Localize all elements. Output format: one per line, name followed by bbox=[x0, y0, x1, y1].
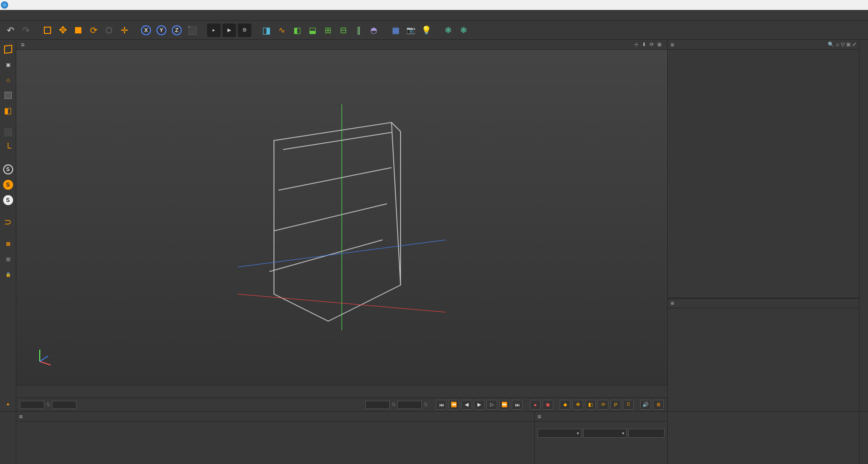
side-tabs bbox=[859, 40, 868, 411]
vp-btn-3[interactable]: ⟳ bbox=[648, 42, 655, 47]
viewport-menubar: ≡ ⊹ ⬇ ⟳ ⊞ bbox=[16, 40, 667, 50]
objmgr-eye-icon[interactable]: ▽ bbox=[841, 42, 844, 47]
vp-btn-1[interactable]: ⊹ bbox=[633, 42, 640, 47]
frame-end-field[interactable] bbox=[365, 401, 390, 409]
rotate-tool[interactable]: ⟳ bbox=[87, 23, 100, 37]
y-axis-toggle[interactable]: Y bbox=[155, 23, 168, 37]
render-picture-button[interactable]: ▶ bbox=[222, 23, 236, 37]
select-tool[interactable] bbox=[41, 23, 54, 37]
texture-mode[interactable]: ▣ bbox=[1, 58, 15, 71]
edge-mode[interactable]: ◧ bbox=[1, 104, 15, 117]
add-field-button[interactable]: ⊞ bbox=[321, 23, 335, 37]
undo-button[interactable]: ↶ bbox=[4, 23, 17, 37]
animation-mode-button[interactable]: ≣ bbox=[653, 400, 664, 410]
objmgr-plus-icon[interactable]: ⊞ bbox=[846, 42, 850, 47]
goto-end-button[interactable]: ⏭ bbox=[512, 400, 523, 410]
material-manager: ≡ bbox=[16, 412, 534, 464]
key-rotate-button[interactable]: ⟳ bbox=[598, 400, 609, 410]
frame-current-field[interactable] bbox=[52, 401, 76, 409]
add-snap-button[interactable]: ‖ bbox=[352, 23, 365, 37]
polygon-mode[interactable] bbox=[1, 126, 15, 139]
key-pla-button[interactable]: ⠿ bbox=[623, 400, 634, 410]
viewport-perspective[interactable] bbox=[16, 50, 667, 385]
snap-toggle-3[interactable]: S bbox=[1, 193, 15, 207]
x-axis-toggle[interactable]: X bbox=[139, 23, 153, 37]
key-scale-button[interactable]: ◧ bbox=[585, 400, 596, 410]
objmgr-search-icon[interactable]: 🔍 bbox=[828, 42, 834, 47]
z-axis-toggle[interactable]: Z bbox=[170, 23, 184, 37]
coord-space-dropdown[interactable] bbox=[538, 429, 581, 438]
material-manager-menubar: ≡ bbox=[16, 412, 534, 422]
viewport-menu-icon[interactable]: ≡ bbox=[19, 41, 26, 48]
add-spline-button[interactable]: ∿ bbox=[275, 23, 288, 37]
matmgr-menu-icon[interactable]: ≡ bbox=[19, 413, 23, 420]
play-button[interactable]: ▶ bbox=[474, 400, 485, 410]
objmgr-expand-icon[interactable]: ⤢ bbox=[852, 42, 856, 47]
layer-manager-menubar: ≡ bbox=[668, 298, 859, 308]
extra-tool[interactable]: ✦ bbox=[1, 398, 15, 411]
snap-toggle-1[interactable]: S bbox=[1, 163, 15, 176]
add-light-button[interactable]: 💡 bbox=[420, 23, 433, 37]
coord-apply-button[interactable] bbox=[628, 429, 665, 438]
add-cube-button[interactable]: ◨ bbox=[259, 23, 273, 37]
model-mode[interactable] bbox=[1, 42, 15, 56]
add-mograph-button[interactable]: ⊟ bbox=[336, 23, 350, 37]
magnet-button[interactable]: ⊃ bbox=[1, 215, 15, 229]
timeline-ruler[interactable] bbox=[16, 385, 667, 398]
add-generator-button[interactable]: ◧ bbox=[290, 23, 304, 37]
move-tool[interactable]: ✥ bbox=[56, 23, 70, 37]
coord-mode-dropdown[interactable] bbox=[583, 429, 627, 438]
redo-button[interactable]: ↷ bbox=[19, 23, 33, 37]
point-mode[interactable] bbox=[1, 89, 15, 102]
script-1-button[interactable]: ❃ bbox=[441, 23, 455, 37]
viewport-axis-gizmo bbox=[34, 348, 52, 367]
viewport-scene bbox=[238, 104, 446, 330]
workplane-mode[interactable]: ◇ bbox=[1, 73, 15, 87]
coord-menu-icon[interactable]: ≡ bbox=[538, 413, 541, 420]
script-2-button[interactable]: ❃ bbox=[457, 23, 470, 37]
key-move-button[interactable]: ✥ bbox=[572, 400, 583, 410]
objmgr-menu-icon[interactable]: ≡ bbox=[670, 41, 674, 48]
prev-frame-button[interactable]: ◀ bbox=[461, 400, 472, 410]
maximize-button[interactable] bbox=[827, 0, 847, 10]
scale-tool[interactable] bbox=[71, 23, 85, 37]
record-button[interactable]: ● bbox=[530, 400, 541, 410]
last-tool[interactable]: ⬡ bbox=[102, 23, 116, 37]
workplane-lock[interactable]: 🔒 bbox=[1, 267, 15, 281]
render-view-button[interactable]: ▸ bbox=[207, 23, 221, 37]
key-param-button[interactable]: P bbox=[610, 400, 621, 410]
frame-max-field[interactable] bbox=[397, 401, 422, 409]
workplane-grid-1[interactable]: ▦ bbox=[1, 237, 15, 250]
frame-start-field[interactable] bbox=[20, 401, 44, 409]
minimize-button[interactable] bbox=[807, 0, 827, 10]
mode-toolbar: ▣ ◇ ◧ └ S S S ⊃ ▦ ▦ 🔒 ✦ bbox=[0, 40, 16, 411]
render-settings-button[interactable]: ⚙ bbox=[238, 23, 251, 37]
workplane-grid-2[interactable]: ▦ bbox=[1, 252, 15, 266]
objmgr-filter-icon[interactable]: ⌂ bbox=[836, 42, 839, 47]
vp-btn-4[interactable]: ⊞ bbox=[656, 42, 663, 47]
layermgr-menu-icon[interactable]: ≡ bbox=[670, 300, 674, 307]
add-floor-button[interactable]: ▦ bbox=[389, 23, 402, 37]
add-deformer-button[interactable]: ⬓ bbox=[306, 23, 319, 37]
app-icon bbox=[1, 1, 8, 9]
vp-btn-2[interactable]: ⬇ bbox=[641, 42, 647, 47]
keyframe-sel-button[interactable]: ◆ bbox=[560, 400, 571, 410]
autokey-button[interactable]: ◉ bbox=[542, 400, 553, 410]
transport-bar: ⇅ ⇅ ⇅ ⏮ ⏪ ◀ ▶ ▷ ⏩ ⏭ ● ◉ ◆ ✥ ◧ ⟳ P ⠿ bbox=[16, 398, 667, 411]
coord-system-button[interactable]: ⬛ bbox=[185, 23, 199, 37]
sound-button[interactable]: 🔊 bbox=[640, 400, 651, 410]
window-titlebar bbox=[0, 0, 868, 10]
coordinates-panel: ≡ bbox=[534, 412, 667, 464]
locked-axis-tool[interactable]: ✛ bbox=[118, 23, 131, 37]
main-toolbar: ↶ ↷ ✥ ⟳ ⬡ ✛ X Y Z ⬛ ▸ ▶ ⚙ ◨ ∿ ◧ ⬓ ⊞ ⊟ ‖ … bbox=[0, 21, 868, 40]
close-button[interactable] bbox=[847, 0, 867, 10]
next-key-button[interactable]: ⏩ bbox=[499, 400, 510, 410]
next-frame-button[interactable]: ▷ bbox=[486, 400, 497, 410]
snap-toggle-2[interactable]: S bbox=[1, 178, 15, 192]
add-camera-button[interactable]: 📷 bbox=[404, 23, 418, 37]
add-volume-button[interactable]: ◓ bbox=[367, 23, 381, 37]
axis-mode[interactable]: └ bbox=[1, 141, 15, 155]
object-manager-tree[interactable] bbox=[668, 50, 859, 298]
prev-key-button[interactable]: ⏪ bbox=[448, 400, 459, 410]
goto-start-button[interactable]: ⏮ bbox=[436, 400, 447, 410]
